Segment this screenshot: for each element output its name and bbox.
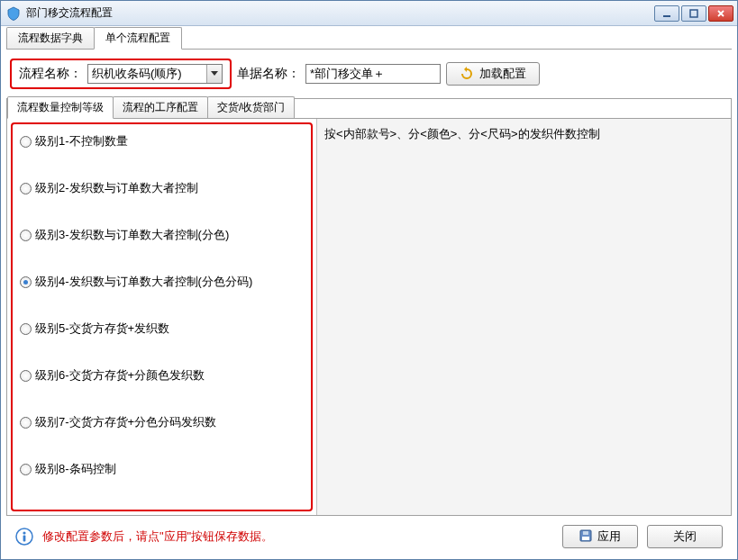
chevron-down-icon xyxy=(206,65,222,83)
radio-label: 级别4-发织数与订单数大者控制(分色分码) xyxy=(35,274,252,290)
radio-level-3[interactable]: 级别3-发织数与订单数大者控制(分色) xyxy=(20,227,304,243)
tab-quantity-control-level[interactable]: 流程数量控制等级 xyxy=(7,96,114,119)
bill-name-input[interactable] xyxy=(305,64,441,84)
inner-panel: 流程数量控制等级 流程的工序配置 交货/收货部门 级别1-不控制数量 级别2-发… xyxy=(6,98,732,516)
config-row: 流程名称： 织机收条码(顺序) 单据名称： 加载配置 xyxy=(6,50,732,98)
app-icon xyxy=(6,6,21,21)
save-disk-icon xyxy=(579,529,592,545)
tab-process-dictionary[interactable]: 流程数据字典 xyxy=(6,27,95,49)
svg-rect-7 xyxy=(583,531,588,535)
content-area: 流程数据字典 单个流程配置 流程名称： 织机收条码(顺序) 单据名称： xyxy=(1,26,737,559)
close-footer-label: 关闭 xyxy=(673,528,697,545)
radio-icon xyxy=(20,370,32,382)
radio-label: 级别3-发织数与订单数大者控制(分色) xyxy=(35,227,229,243)
close-button[interactable] xyxy=(708,5,733,22)
radio-level-6[interactable]: 级别6-交货方存货+分颜色发织数 xyxy=(20,367,304,384)
svg-rect-0 xyxy=(663,15,670,17)
info-icon xyxy=(15,528,33,546)
radio-level-7[interactable]: 级别7-交货方存货+分色分码发织数 xyxy=(20,414,304,430)
radio-label: 级别1-不控制数量 xyxy=(35,133,128,149)
apply-label: 应用 xyxy=(597,528,621,545)
radio-icon xyxy=(20,417,32,429)
radio-level-1[interactable]: 级别1-不控制数量 xyxy=(20,133,304,149)
svg-rect-6 xyxy=(582,537,589,540)
radio-level-2[interactable]: 级别2-发织数与订单数大者控制 xyxy=(20,180,304,196)
apply-button[interactable]: 应用 xyxy=(562,525,638,548)
radio-icon xyxy=(20,136,32,148)
radio-icon xyxy=(20,183,32,194)
radio-icon xyxy=(20,230,32,241)
radio-icon xyxy=(20,464,32,475)
maximize-button[interactable] xyxy=(681,5,706,22)
process-name-label: 流程名称： xyxy=(19,66,82,82)
radio-level-8[interactable]: 级别8-条码控制 xyxy=(20,461,304,477)
load-config-label: 加载配置 xyxy=(479,66,526,82)
inner-body: 级别1-不控制数量 级别2-发织数与订单数大者控制 级别3-发织数与订单数大者控… xyxy=(7,119,731,515)
load-config-button[interactable]: 加载配置 xyxy=(446,62,540,86)
process-name-value: 织机收条码(顺序) xyxy=(88,66,206,82)
radio-label: 级别8-条码控制 xyxy=(35,461,116,477)
tab-single-process-config[interactable]: 单个流程配置 xyxy=(94,27,182,50)
radio-options-panel: 级别1-不控制数量 级别2-发织数与订单数大者控制 级别3-发织数与订单数大者控… xyxy=(11,122,313,511)
footer-bar: 修改配置参数后，请点"应用"按钮保存数据。 应用 关闭 xyxy=(6,516,732,554)
radio-icon xyxy=(20,276,32,288)
process-name-highlight: 流程名称： 织机收条码(顺序) xyxy=(10,59,232,89)
footer-message: 修改配置参数后，请点"应用"按钮保存数据。 xyxy=(42,528,553,545)
window-controls xyxy=(654,5,733,22)
inner-tabs: 流程数量控制等级 流程的工序配置 交货/收货部门 xyxy=(7,99,731,119)
radio-label: 级别7-交货方存货+分色分码发织数 xyxy=(35,414,216,430)
radio-label: 级别6-交货方存货+分颜色发织数 xyxy=(35,367,205,384)
radio-level-5[interactable]: 级别5-交货方存货+发织数 xyxy=(20,321,304,337)
svg-point-3 xyxy=(23,531,25,534)
svg-rect-4 xyxy=(23,536,26,542)
tab-delivery-receiving-dept[interactable]: 交货/收货部门 xyxy=(207,96,295,118)
window-title: 部门移交流程配置 xyxy=(26,5,654,21)
radio-label: 级别5-交货方存货+发织数 xyxy=(35,321,169,337)
app-window: 部门移交流程配置 流程数据字典 单个流程配置 流程名称： 织机收条码(顺序) xyxy=(0,0,738,560)
outer-tabs: 流程数据字典 单个流程配置 xyxy=(6,30,732,50)
refresh-icon xyxy=(460,67,474,81)
bill-name-label: 单据名称： xyxy=(237,66,300,82)
minimize-button[interactable] xyxy=(654,5,679,22)
radio-label: 级别2-发织数与订单数大者控制 xyxy=(35,180,198,196)
svg-rect-1 xyxy=(690,10,697,17)
tab-process-step-config[interactable]: 流程的工序配置 xyxy=(113,96,208,118)
description-panel: 按<内部款号>、分<颜色>、分<尺码>的发织件数控制 xyxy=(316,119,731,515)
close-footer-button[interactable]: 关闭 xyxy=(647,525,723,548)
radio-icon xyxy=(20,323,32,335)
radio-level-4[interactable]: 级别4-发织数与订单数大者控制(分色分码) xyxy=(20,274,304,290)
titlebar: 部门移交流程配置 xyxy=(1,1,737,26)
process-name-combo[interactable]: 织机收条码(顺序) xyxy=(87,64,223,84)
